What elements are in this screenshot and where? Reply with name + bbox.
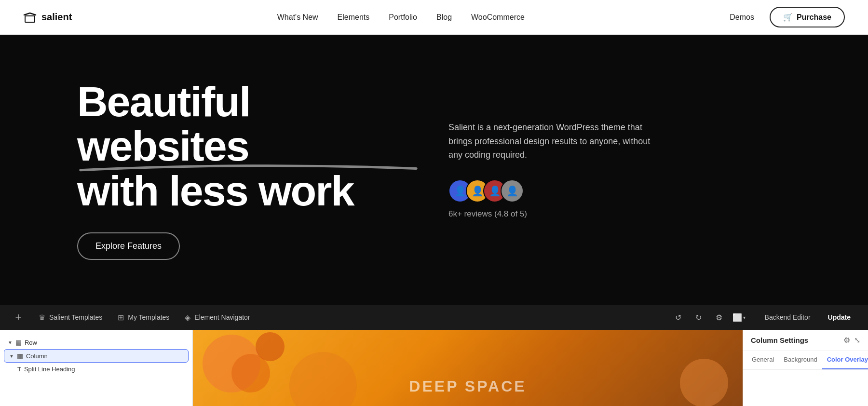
nav-links: What's New Elements Portfolio Blog WooCo… <box>277 13 525 22</box>
my-templates-button[interactable]: ⊞ My Templates <box>110 310 177 325</box>
chevron-down-icon: ▾ <box>743 315 746 320</box>
hero-title: Beautiful websites with less work <box>77 80 420 213</box>
settings-header: Column Settings ⚙ ⤡ <box>743 330 868 351</box>
hero-right: Salient is a next-generation WordPress t… <box>420 121 791 219</box>
circle-4 <box>680 359 728 406</box>
row-icon: ▦ <box>15 338 22 346</box>
circle-5 <box>289 352 357 406</box>
element-tree: ▼ ▦ Row ▼ ▦ Column T Split Line Heading <box>0 330 193 406</box>
settings-tabs: General Background Color Overlay ··· <box>743 351 868 370</box>
circle-3 <box>256 332 285 361</box>
canvas-overlay-text: DEEP SPACE <box>409 378 526 395</box>
settings-button[interactable]: ⚙ <box>710 309 728 326</box>
purchase-button[interactable]: 🛒 Purchase <box>770 7 845 27</box>
backend-editor-button[interactable]: Backend Editor <box>758 311 817 324</box>
hero-avatars: 👤 👤 👤 👤 <box>448 179 791 203</box>
underline-svg <box>77 161 420 173</box>
hero-description: Salient is a next-generation WordPress t… <box>448 121 651 162</box>
logo-icon <box>23 12 37 23</box>
preview-button[interactable]: ⬜ ▾ <box>731 309 748 326</box>
element-navigator-label: Element Navigator <box>194 313 250 321</box>
toolbar: + ♛ Salient Templates ⊞ My Templates ◈ E… <box>0 305 868 330</box>
nav-whats-new[interactable]: What's New <box>277 13 318 22</box>
layers-icon: ◈ <box>185 313 190 322</box>
add-element-button[interactable]: + <box>10 309 27 326</box>
settings-title: Column Settings <box>751 336 808 344</box>
nav-blog[interactable]: Blog <box>436 13 452 22</box>
reviews-rating: (4.8 of 5) <box>494 209 527 218</box>
tab-general[interactable]: General <box>747 351 779 369</box>
cart-icon: 🛒 <box>783 13 793 22</box>
settings-gear-icon[interactable]: ⚙ <box>843 336 850 345</box>
nav-elements[interactable]: Elements <box>338 13 370 22</box>
canvas-mockup: DEEP SPACE <box>193 330 743 406</box>
hero-left: Beautiful websites with less work Explor… <box>77 80 420 260</box>
nav-woocommerce[interactable]: WooCommerce <box>471 13 525 22</box>
hero-title-line2: with less work <box>77 169 420 213</box>
builder-preview: ▼ ▦ Row ▼ ▦ Column T Split Line Heading … <box>0 330 868 406</box>
my-templates-label: My Templates <box>128 313 169 321</box>
logo[interactable]: salient <box>23 12 72 23</box>
split-line-label: Split Line Heading <box>24 365 75 373</box>
toolbar-right: ↺ ↻ ⚙ ⬜ ▾ Backend Editor Update <box>670 309 858 326</box>
element-navigator-button[interactable]: ◈ Element Navigator <box>177 310 258 325</box>
undo-button[interactable]: ↺ <box>670 309 687 326</box>
crown-icon: ♛ <box>39 313 45 322</box>
column-label: Column <box>26 352 48 360</box>
reviews-count: 6k+ reviews <box>448 209 492 218</box>
redo-button[interactable]: ↻ <box>690 309 707 326</box>
update-button[interactable]: Update <box>820 311 858 324</box>
nav-portfolio[interactable]: Portfolio <box>389 13 417 22</box>
monitor-icon: ⬜ <box>732 313 742 322</box>
tree-row-column[interactable]: ▼ ▦ Column <box>4 349 189 363</box>
svg-rect-0 <box>25 16 35 22</box>
hero-section: Beautiful websites with less work Explor… <box>0 35 868 305</box>
column-icon: ▦ <box>17 352 23 360</box>
settings-expand-icon[interactable]: ⤡ <box>854 336 860 345</box>
hero-reviews: 6k+ reviews (4.8 of 5) <box>448 209 791 219</box>
nav-right: Demos 🛒 Purchase <box>730 7 845 27</box>
tab-background[interactable]: Background <box>779 351 822 369</box>
demos-link[interactable]: Demos <box>730 13 754 22</box>
salient-templates-button[interactable]: ♛ Salient Templates <box>31 310 110 325</box>
logo-text: salient <box>41 12 72 23</box>
row-label: Row <box>25 339 37 346</box>
column-arrow: ▼ <box>9 353 14 359</box>
tree-row-row[interactable]: ▼ ▦ Row <box>0 336 192 349</box>
templates-icon: ⊞ <box>118 313 124 322</box>
toolbar-divider <box>753 311 753 323</box>
purchase-label: Purchase <box>797 13 831 22</box>
hero-title-line1: Beautiful websites <box>77 80 420 169</box>
settings-panel: Column Settings ⚙ ⤡ General Background C… <box>743 330 868 406</box>
explore-features-button[interactable]: Explore Features <box>77 232 180 260</box>
tree-row-split-heading[interactable]: T Split Line Heading <box>0 363 192 376</box>
text-icon: T <box>17 365 21 373</box>
hero-title-bold: Beautiful <box>77 78 250 125</box>
row-arrow: ▼ <box>8 340 13 345</box>
tab-color-overlay[interactable]: Color Overlay <box>822 351 868 369</box>
avatar-4: 👤 <box>501 179 524 203</box>
settings-header-icons: ⚙ ⤡ <box>843 336 860 345</box>
salient-templates-label: Salient Templates <box>49 313 102 321</box>
canvas: DEEP SPACE <box>193 330 743 406</box>
navbar: salient What's New Elements Portfolio Bl… <box>0 0 868 35</box>
